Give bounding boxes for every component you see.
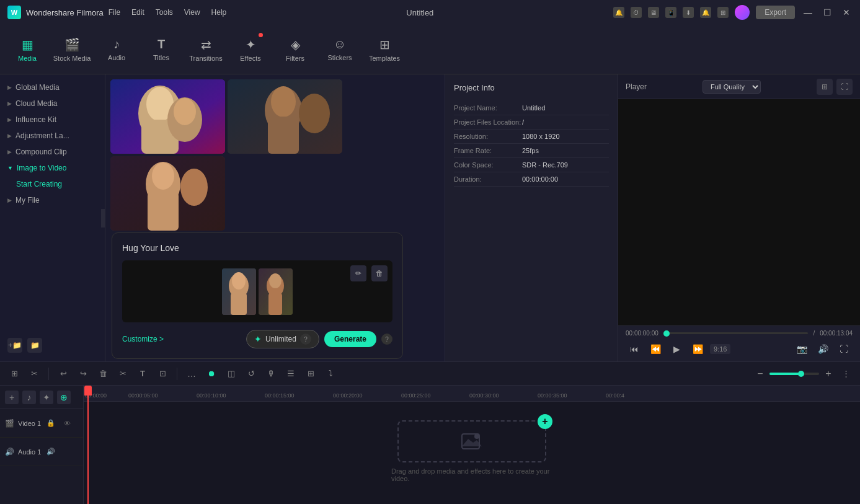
grid-icon[interactable]: ⊞ — [717, 7, 729, 18]
minimize-button[interactable]: — — [801, 7, 815, 17]
generate-help-icon[interactable]: ? — [381, 334, 392, 345]
playhead[interactable] — [87, 386, 89, 504]
monitor-icon[interactable]: 🖥 — [648, 7, 659, 18]
popup-delete-button[interactable]: 🗑 — [371, 265, 388, 281]
drop-zone-plus-icon: + — [538, 414, 552, 429]
app-logo: W — [7, 6, 21, 19]
video-eye-button[interactable]: 👁 — [61, 417, 73, 430]
transitions-icon: ⇄ — [201, 37, 211, 52]
notification-icon[interactable]: 🔔 — [613, 7, 624, 18]
volume-button[interactable]: 🔊 — [814, 340, 831, 358]
mobile-icon[interactable]: 📱 — [665, 7, 676, 18]
popup-thumb-2[interactable] — [259, 268, 293, 315]
scenes-button[interactable]: ⊞ — [6, 366, 22, 382]
video-lock-button[interactable]: 🔒 — [45, 417, 57, 430]
menu-help[interactable]: Help — [211, 8, 227, 17]
cut-button[interactable]: ✂ — [115, 366, 131, 382]
tab-templates[interactable]: ⊞ Templates — [363, 28, 406, 71]
media-thumbnail-2[interactable] — [228, 79, 342, 154]
add-audio-track-button[interactable]: ♪ — [22, 391, 36, 404]
grid-view-button[interactable]: ⊞ — [817, 79, 833, 95]
fullscreen-button[interactable]: ⛶ — [835, 340, 853, 358]
zoom-out-button[interactable]: − — [753, 367, 767, 381]
svg-point-9 — [271, 86, 296, 117]
sidebar-item-start-creating[interactable]: Start Creating — [0, 176, 105, 192]
download-icon[interactable]: ⬇ — [683, 7, 694, 18]
tab-titles[interactable]: T Titles — [140, 28, 182, 71]
audio-track-icon: 🔊 — [5, 448, 14, 456]
tool3-button[interactable]: ↺ — [243, 366, 259, 382]
zoom-in-button[interactable]: + — [822, 367, 835, 381]
zoom-options-button[interactable]: ⋮ — [838, 366, 854, 382]
media-thumbnail-3[interactable] — [110, 156, 225, 231]
avatar[interactable] — [735, 5, 750, 20]
mic-button[interactable]: 🎙 — [263, 366, 279, 382]
tab-audio[interactable]: ♪ Audio — [95, 28, 138, 71]
frame-back-button[interactable]: ⏪ — [647, 340, 664, 358]
progress-dot — [663, 330, 670, 337]
sidebar-item-cloud-media[interactable]: ▶ Cloud Media — [0, 95, 105, 112]
sidebar-item-adjustment[interactable]: ▶ Adjustment La... — [0, 128, 105, 144]
popup-edit-button[interactable]: ✏ — [350, 265, 366, 281]
unlimited-help-icon[interactable]: ? — [300, 334, 311, 345]
arrow-icon: ▶ — [7, 133, 12, 139]
sidebar-item-image-to-video[interactable]: ▼ Image to Video — [0, 160, 105, 176]
add-effect-track-button[interactable]: ✦ — [40, 391, 53, 404]
customize-link[interactable]: Customize > — [122, 335, 164, 343]
skip-back-button[interactable]: ⏮ — [626, 340, 643, 358]
zoom-thumb[interactable] — [798, 371, 804, 377]
layout-button[interactable]: ⊞ — [303, 366, 319, 382]
more-button[interactable]: … — [184, 366, 200, 382]
history-icon[interactable]: ⏱ — [631, 7, 642, 18]
zoom-slider[interactable] — [769, 373, 819, 375]
menu-edit[interactable]: Edit — [131, 8, 144, 17]
export-button[interactable]: Export — [756, 6, 795, 19]
tool2-button[interactable]: ◫ — [223, 366, 239, 382]
trim-button[interactable]: ✂ — [26, 366, 42, 382]
close-button[interactable]: ✕ — [840, 7, 853, 17]
media-thumbnail-1[interactable] — [110, 79, 225, 154]
tab-effects-label: Effects — [240, 55, 260, 62]
unlimited-button[interactable]: ✦ Unlimited ? — [246, 330, 319, 348]
tab-effects[interactable]: ✦ Effects — [229, 28, 272, 71]
folder-button[interactable]: 📁 — [27, 338, 42, 353]
play-button[interactable]: ▶ — [668, 340, 685, 358]
info-label-location: Project Files Location: — [454, 118, 522, 126]
frame-forward-button[interactable]: ⏩ — [689, 340, 706, 358]
snap-button[interactable]: ⊕ — [57, 391, 71, 404]
ruler-mark-4: 00:00:20:00 — [333, 392, 363, 399]
screenshot-button[interactable]: 📷 — [793, 340, 810, 358]
bell-icon[interactable]: 🔔 — [700, 7, 711, 18]
maximize-button[interactable]: ☐ — [821, 7, 834, 17]
sidebar-item-my-file[interactable]: ▶ My File — [0, 192, 105, 208]
export-timeline-button[interactable]: ⤵ — [322, 366, 339, 382]
text-button[interactable]: T — [135, 366, 151, 382]
progress-bar[interactable] — [663, 332, 809, 334]
sidebar-item-influence-kit[interactable]: ▶ Influence Kit — [0, 112, 105, 128]
tab-transitions[interactable]: ⇄ Transitions — [185, 28, 227, 71]
menu-tools[interactable]: Tools — [156, 8, 173, 17]
menu-view[interactable]: View — [184, 8, 200, 17]
sidebar-collapse-button[interactable]: ‹ — [101, 209, 105, 228]
fullscreen-view-button[interactable]: ⛶ — [836, 79, 853, 95]
tab-stickers[interactable]: ☺ Stickers — [319, 28, 361, 71]
sidebar-item-global-media[interactable]: ▶ Global Media — [0, 79, 105, 95]
delete-button[interactable]: 🗑 — [95, 366, 111, 382]
sidebar-item-compound-clip[interactable]: ▶ Compound Clip — [0, 144, 105, 160]
generate-button[interactable]: Generate — [324, 331, 376, 347]
add-folder-button[interactable]: +📁 — [7, 338, 22, 353]
audio-speaker-button[interactable]: 🔊 — [45, 446, 57, 458]
tab-filters[interactable]: ◈ Filters — [274, 28, 316, 71]
popup-thumb-1[interactable] — [222, 268, 256, 315]
menu-file[interactable]: File — [109, 8, 120, 17]
active-tool-button[interactable]: ⏺ — [203, 366, 219, 382]
quality-select[interactable]: Full Quality 1/2 Quality 1/4 Quality — [703, 80, 761, 94]
undo-button[interactable]: ↩ — [55, 366, 71, 382]
captions-button[interactable]: ☰ — [283, 366, 299, 382]
add-track-button[interactable]: + — [5, 391, 19, 404]
crop-button[interactable]: ⊡ — [154, 366, 171, 382]
tab-stock-media[interactable]: 🎬 Stock Media — [51, 28, 93, 71]
playhead-handle[interactable] — [84, 386, 92, 396]
redo-button[interactable]: ↪ — [75, 366, 91, 382]
tab-media[interactable]: ▦ Media — [6, 28, 48, 71]
